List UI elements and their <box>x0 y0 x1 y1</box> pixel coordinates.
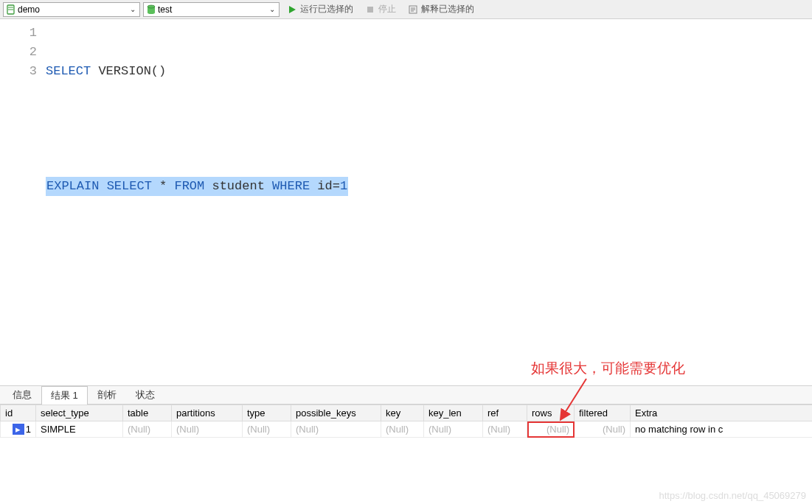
explain-button[interactable]: 解释已选择的 <box>403 2 479 17</box>
cell-possible-keys: (Null) <box>291 421 381 438</box>
result-tabs: 信息 结果 1 剖析 状态 <box>0 385 812 405</box>
connection-label: demo <box>16 3 42 16</box>
svg-rect-3 <box>367 7 373 13</box>
results-grid[interactable]: id select_type table partitions type pos… <box>0 405 812 438</box>
col-ref[interactable]: ref <box>483 405 527 421</box>
explain-label: 解释已选择的 <box>421 3 474 15</box>
run-label: 运行已选择的 <box>300 3 353 15</box>
cell-id: 1 <box>26 424 31 435</box>
stop-button[interactable]: 停止 <box>361 2 400 17</box>
connection-dropdown[interactable]: demo ⌄ <box>3 2 140 17</box>
stop-label: 停止 <box>378 3 396 15</box>
play-icon <box>287 4 297 15</box>
annotation-text: 如果很大，可能需要优化 <box>531 359 685 378</box>
table-row[interactable]: ▸1 SIMPLE (Null) (Null) (Null) (Null) (N… <box>1 421 813 438</box>
cell-key: (Null) <box>381 421 424 438</box>
watermark: https://blog.csdn.net/qq_45069279 <box>659 490 807 501</box>
file-icon <box>6 4 16 15</box>
database-icon <box>146 4 156 15</box>
toolbar: demo ⌄ test ⌄ 运行已选择的 停止 解释已选择的 <box>0 0 812 19</box>
code-area[interactable]: SELECT VERSION() EXPLAIN SELECT * FROM s… <box>46 24 812 385</box>
tab-info[interactable]: 信息 <box>3 385 41 404</box>
run-button[interactable]: 运行已选择的 <box>282 2 358 17</box>
col-select-type[interactable]: select_type <box>36 405 123 421</box>
sql-editor[interactable]: 1 2 3 SELECT VERSION() EXPLAIN SELECT * … <box>0 19 812 385</box>
tab-profile[interactable]: 剖析 <box>88 385 126 404</box>
tab-status[interactable]: 状态 <box>126 385 164 404</box>
tab-result[interactable]: 结果 1 <box>41 386 88 405</box>
stop-icon <box>365 4 375 15</box>
cell-extra: no matching row in c <box>631 421 813 438</box>
chevron-down-icon: ⌄ <box>267 3 277 16</box>
col-key[interactable]: key <box>381 405 424 421</box>
line-number: 2 <box>0 43 37 62</box>
chevron-down-icon: ⌄ <box>128 3 138 16</box>
code-line <box>46 119 812 139</box>
col-type[interactable]: type <box>243 405 291 421</box>
database-label: test <box>156 3 174 16</box>
col-extra[interactable]: Extra <box>631 405 813 421</box>
cell-partitions: (Null) <box>172 421 243 438</box>
cell-rows: (Null) <box>527 421 575 438</box>
line-gutter: 1 2 3 <box>0 24 46 385</box>
line-number: 3 <box>0 62 37 81</box>
col-rows[interactable]: rows <box>527 405 575 421</box>
row-marker-icon: ▸ <box>13 424 24 435</box>
cell-ref: (Null) <box>483 421 527 438</box>
cell-select-type: SIMPLE <box>36 421 123 438</box>
database-dropdown[interactable]: test ⌄ <box>143 2 280 17</box>
table-header-row: id select_type table partitions type pos… <box>1 405 813 421</box>
cell-type: (Null) <box>243 421 291 438</box>
col-id[interactable]: id <box>1 405 36 421</box>
col-key-len[interactable]: key_len <box>424 405 483 421</box>
explain-icon <box>408 4 418 15</box>
col-partitions[interactable]: partitions <box>172 405 243 421</box>
col-table[interactable]: table <box>123 405 172 421</box>
cell-key-len: (Null) <box>424 421 483 438</box>
code-line: SELECT VERSION() <box>46 62 812 81</box>
col-possible-keys[interactable]: possible_keys <box>291 405 381 421</box>
line-number: 1 <box>0 24 37 43</box>
cell-table: (Null) <box>123 421 172 438</box>
code-line: EXPLAIN SELECT * FROM student WHERE id=1 <box>46 177 812 196</box>
col-filtered[interactable]: filtered <box>575 405 631 421</box>
cell-filtered: (Null) <box>575 421 631 438</box>
